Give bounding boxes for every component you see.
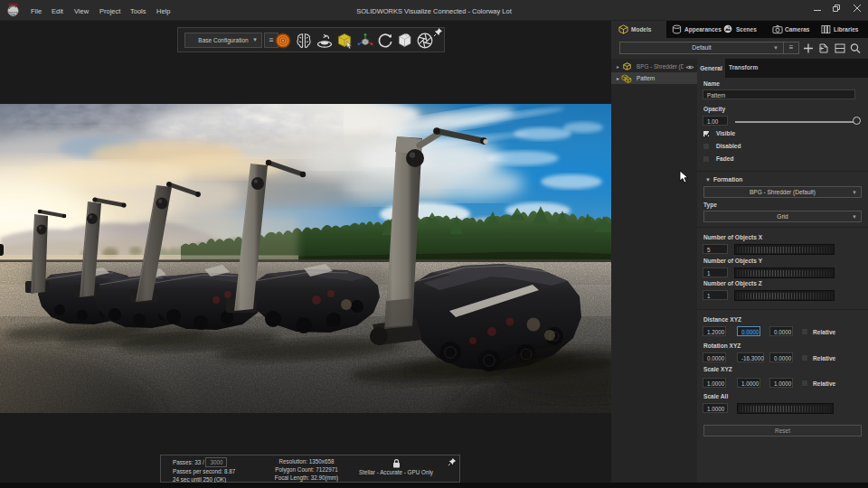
svg-text:2021: 2021 (8, 11, 18, 16)
